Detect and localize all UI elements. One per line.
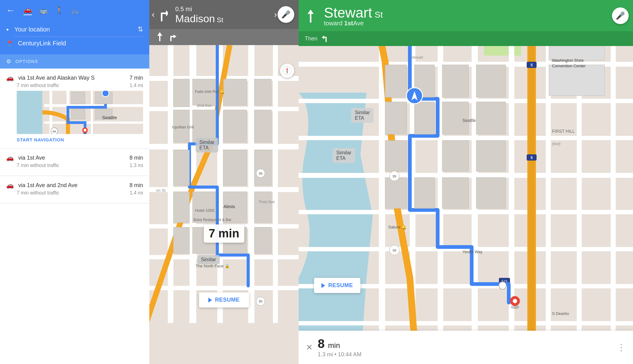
route-card-3[interactable]: 🚗 via 1st Ave and 2nd Ave 8 min 7 min wi… (0, 176, 149, 203)
route-2-sub-time: 7 min without traffic (17, 163, 59, 168)
svg-text:2nd Ave: 2nd Ave (197, 103, 212, 108)
more-options-button[interactable]: ⋮ (617, 342, 626, 353)
svg-text:99: 99 (259, 299, 262, 303)
svg-text:Yesler Way: Yesler Way (462, 249, 482, 254)
svg-rect-115 (476, 140, 506, 171)
right-mic-icon: 🎤 (616, 11, 625, 20)
route-2-distance: 1.3 mi (130, 163, 143, 168)
origin-row[interactable]: ● Your location ⇅ (6, 23, 143, 36)
svg-rect-108 (476, 65, 506, 97)
svg-rect-0 (17, 91, 44, 134)
svg-text:99: 99 (393, 174, 396, 178)
svg-text:Alexis: Alexis (223, 204, 235, 209)
prev-direction-button[interactable]: ‹ (152, 10, 155, 19)
svg-rect-9 (71, 109, 85, 119)
svg-rect-105 (385, 65, 407, 97)
options-bar[interactable]: ⚙ OPTIONS (0, 54, 149, 69)
svg-text:Seattle: Seattle (462, 118, 476, 123)
close-button[interactable]: ✕ (306, 343, 313, 352)
transport-walk-icon[interactable]: 🚶 (55, 6, 63, 15)
route-2-header: 🚗 via 1st Ave 8 min (6, 154, 143, 161)
svg-rect-91 (299, 136, 633, 140)
toward-label: toward (324, 20, 342, 27)
svg-text:on St: on St (156, 188, 166, 193)
right-street-name-row: Stewart St (324, 6, 627, 20)
svg-rect-92 (299, 173, 633, 178)
transport-mode-selector: 🚗 🚌 🚶 🚲 (23, 6, 79, 15)
route-1-name: via 1st Ave and Alaskan Way S (18, 75, 125, 81)
svg-rect-35 (149, 187, 299, 192)
middle-map-area: 2nd Ave on St Post Ave Fado Irish Pub 🔔 … (149, 45, 299, 323)
svg-rect-93 (299, 210, 633, 214)
back-button[interactable]: ← (6, 6, 15, 15)
sub-direction-arrows (155, 32, 176, 42)
swap-button[interactable]: ⇅ (138, 25, 143, 33)
svg-marker-20 (166, 10, 168, 16)
svg-text:5: 5 (531, 156, 533, 160)
right-panel: Stewart St toward 1stAve 🎤 Then (299, 0, 633, 364)
transport-transit-icon[interactable]: 🚌 (39, 6, 48, 15)
next-direction-button[interactable]: › (274, 10, 277, 19)
right-resume-button[interactable]: RESUME (314, 278, 360, 293)
route-2-name: via 1st Ave (18, 155, 125, 161)
mic-button[interactable]: 🎤 (278, 6, 294, 23)
right-map-area: 5 5 519 Pike P (299, 0, 633, 364)
options-label: OPTIONS (15, 59, 38, 64)
destination-row[interactable]: 📍 CenturyLink Field (6, 37, 143, 49)
bottom-bar: ✕ 8 min 1.3 mi • 10:44 AM ⋮ (299, 331, 633, 364)
compass-icon (283, 66, 292, 75)
middle-map-svg: 2nd Ave on St Post Ave Fado Irish Pub 🔔 … (149, 45, 299, 323)
right-toward-row: toward 1stAve (324, 20, 627, 27)
toward-street-type: Ave (353, 20, 364, 27)
svg-text:99: 99 (53, 130, 56, 133)
svg-rect-39 (173, 79, 189, 107)
svg-rect-118 (442, 178, 469, 208)
svg-rect-114 (442, 140, 469, 171)
svg-rect-31 (273, 45, 278, 323)
svg-text:Post Ave: Post Ave (259, 199, 275, 204)
svg-rect-53 (254, 192, 271, 223)
top-bar: ← 🚗 🚌 🚶 🚲 (0, 0, 149, 20)
route-3-car-icon: 🚗 (6, 182, 14, 189)
right-street-name: Stewart (324, 6, 372, 20)
route-1-distance: 1.4 mi (130, 83, 143, 88)
routes-list: 🚗 via 1st Ave and Alaskan Way S 7 min 7 … (0, 69, 149, 364)
svg-marker-75 (308, 10, 314, 14)
svg-rect-7 (71, 92, 85, 104)
svg-rect-121 (549, 65, 605, 96)
right-similar-eta-2: SimilarETA (333, 148, 355, 163)
route-1-sub-time: 7 min without traffic (17, 83, 59, 88)
svg-rect-96 (299, 321, 633, 325)
svg-rect-41 (223, 79, 247, 105)
mic-icon: 🎤 (281, 10, 291, 19)
transport-car-icon[interactable]: 🚗 (23, 6, 32, 15)
svg-rect-113 (385, 140, 407, 171)
svg-text:(text): (text) (552, 142, 560, 146)
svg-rect-112 (476, 102, 506, 134)
svg-rect-42 (254, 79, 271, 105)
right-nav-header: Stewart St toward 1stAve 🎤 (299, 0, 633, 31)
left-panel: ← 🚗 🚌 🚶 🚲 ● Your location ⇅ 📍 CenturyLin… (0, 0, 149, 364)
svg-rect-47 (173, 150, 189, 186)
route-3-subrow: 7 min without traffic 1.4 mi (17, 190, 143, 196)
svg-text:Stewart: Stewart (410, 55, 423, 60)
svg-rect-27 (168, 45, 173, 323)
svg-rect-49 (254, 150, 271, 186)
nav-street-type: St (217, 16, 223, 24)
locations-section: ● Your location ⇅ 📍 CenturyLink Field (0, 20, 149, 54)
route-1-subrow: 7 min without traffic 1.4 mi (17, 83, 143, 88)
bottom-time-display: 8 min (318, 337, 617, 351)
route-3-header: 🚗 via 1st Ave and 2nd Ave 8 min (6, 182, 143, 189)
right-street-type: St (375, 10, 383, 20)
route-card-2[interactable]: 🚗 via 1st Ave 8 min 7 min without traffi… (0, 149, 149, 176)
resume-button[interactable]: RESUME (199, 292, 249, 308)
route-card-1[interactable]: 🚗 via 1st Ave and Alaskan Way S 7 min 7 … (0, 69, 149, 149)
turn-right-icon (168, 32, 176, 42)
transport-bike-icon[interactable]: 🚲 (71, 6, 79, 15)
start-navigation-button[interactable]: START NAVIGATION (17, 137, 64, 142)
compass-button[interactable] (280, 64, 294, 78)
bottom-eta-time: 8 min (318, 337, 340, 350)
route-1-car-icon: 🚗 (6, 74, 14, 82)
right-mic-button[interactable]: 🎤 (612, 7, 629, 24)
svg-text:S Dearbo: S Dearbo (552, 311, 569, 316)
